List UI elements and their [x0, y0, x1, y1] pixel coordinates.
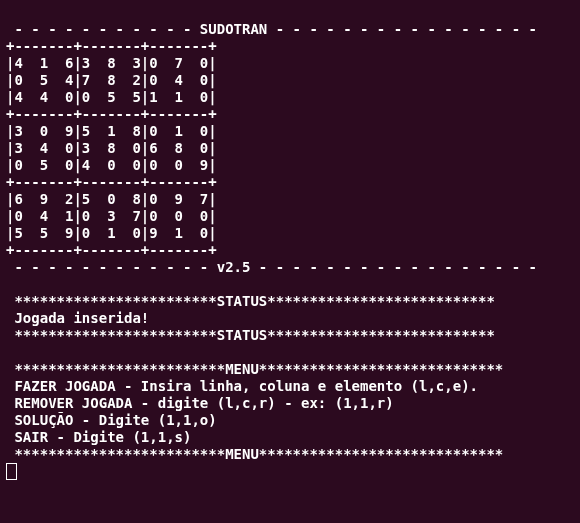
status-bar: ************************STATUS**********… — [6, 327, 495, 343]
board-row: |5 5 9|0 1 0|9 1 0| — [6, 225, 217, 241]
menu-bar: *************************MENU***********… — [6, 361, 503, 377]
text-cursor[interactable] — [6, 463, 17, 480]
board-row: |4 4 0|0 5 5|1 1 0| — [6, 89, 217, 105]
menu-item-exit: SAIR - Digite (1,1,s) — [6, 429, 191, 445]
version-line: - - - - - - - - - - - - v2.5 - - - - - -… — [6, 259, 537, 275]
board-divider: +-------+-------+-------+ — [6, 174, 217, 190]
menu-bar: *************************MENU***********… — [6, 446, 503, 462]
board-row: |6 9 2|5 0 8|0 9 7| — [6, 191, 217, 207]
board-divider: +-------+-------+-------+ — [6, 242, 217, 258]
board-row: |4 1 6|3 8 3|0 7 0| — [6, 55, 217, 71]
board-divider: +-------+-------+-------+ — [6, 106, 217, 122]
board-row: |0 5 4|7 8 2|0 4 0| — [6, 72, 217, 88]
status-bar: ************************STATUS**********… — [6, 293, 495, 309]
menu-item-solution: SOLUÇÃO - Digite (1,1,o) — [6, 412, 217, 428]
terminal-output: - - - - - - - - - - - SUDOTRAN - - - - -… — [0, 0, 580, 484]
board-row: |3 0 9|5 1 8|0 1 0| — [6, 123, 217, 139]
board-row: |0 5 0|4 0 0|0 0 9| — [6, 157, 217, 173]
board-divider: +-------+-------+-------+ — [6, 38, 217, 54]
menu-item-play: FAZER JOGADA - Insira linha, coluna e el… — [6, 378, 478, 394]
menu-item-remove: REMOVER JOGADA - digite (l,c,r) - ex: (1… — [6, 395, 394, 411]
title-line: - - - - - - - - - - - SUDOTRAN - - - - -… — [6, 21, 537, 37]
board-row: |3 4 0|3 8 0|6 8 0| — [6, 140, 217, 156]
board-row: |0 4 1|0 3 7|0 0 0| — [6, 208, 217, 224]
status-message: Jogada inserida! — [6, 310, 149, 326]
